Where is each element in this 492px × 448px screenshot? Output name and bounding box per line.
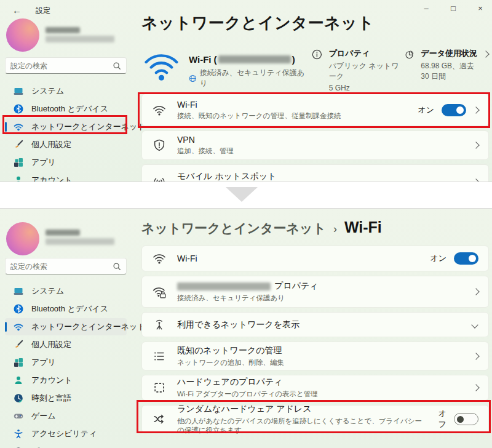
connection-status: 接続済み、セキュリティ保護あり [200,68,310,89]
settings-search-box[interactable] [5,57,127,74]
accessibility-icon [13,429,23,439]
network-properties-row[interactable]: プロパティ 接続済み、セキュリティ保護あり [141,276,489,308]
maximize-button[interactable]: □ [448,4,459,13]
sidebar: システム Bluetooth とデバイス ネットワークとインターネット 個人用設… [5,0,128,182]
sidebar-item-accounts[interactable]: アカウント [5,172,127,182]
sidebar-item-apps[interactable]: アプリ [5,354,127,371]
wifi-lock-icon [152,284,167,299]
user-name-redacted [46,230,80,236]
sidebar-item-label: ゲーム [31,410,56,422]
toggle-state-label: オン [418,105,434,116]
sidebar-item-system[interactable]: システム [5,82,127,100]
sidebar-item-label: Bluetooth とデバイス [31,103,108,114]
minimize-button[interactable]: – [421,4,432,13]
screenshot-top: ← 設定 – □ × システム Bluetooth とデバイス [0,0,492,182]
list-icon [152,349,167,364]
band: 5 GHz [329,84,405,92]
wifi-status-icon [143,47,180,85]
mobile-hotspot-row[interactable]: モバイル ホットスポット インターネット接続を共有する [141,164,489,182]
properties-summary[interactable]: プロパティ パブリック ネットワーク 5 GHz [311,47,405,92]
sidebar-item-network[interactable]: ネットワークとインターネット [5,318,127,335]
sidebar-item-privacy[interactable]: プライバシーとセキュリティ [5,443,127,448]
sidebar-item-bluetooth[interactable]: Bluetooth とデバイス [5,100,127,118]
avatar[interactable] [6,18,39,52]
sidebar-item-personalization[interactable]: 個人用設定 [5,336,127,353]
show-available-networks-row[interactable]: 利用できるネットワークを表示 [141,312,489,337]
bluetooth-icon [13,104,23,114]
network-status-strip: Wi-Fi ( ) 接続済み、セキュリティ保護あり プロパティ パブリック ネッ… [143,47,488,92]
sidebar-item-time-language[interactable]: 時刻と言語 [5,390,127,407]
properties-title: プロパティ [329,48,405,59]
wifi-toggle[interactable] [442,104,466,116]
wifi-network-name: Wi-Fi ( ) [189,54,310,65]
sidebar-item-apps[interactable]: アプリ [5,154,127,171]
user-email-redacted [46,36,114,42]
wifi-icon [152,251,167,266]
chevron-right-icon[interactable] [482,50,489,57]
chevron-right-icon [472,353,479,359]
search-input[interactable] [10,262,113,271]
breadcrumb-parent[interactable]: ネットワークとインターネット [141,220,326,237]
row-subtitle: 他の人があなたのデバイスの場所を追跡しにくくすることで、プライバシーの保護に役立… [177,417,428,435]
sidebar-item-label: 時刻と言語 [31,393,71,404]
sidebar-item-label: 個人用設定 [31,139,71,150]
pie-chart-icon [405,48,415,61]
close-button[interactable]: × [475,4,486,13]
sidebar-item-system[interactable]: システム [5,282,127,300]
clock-globe-icon [13,393,23,404]
breadcrumb-separator: › [333,223,337,236]
sidebar-item-label: アプリ [31,357,56,368]
random-address-toggle[interactable] [454,413,478,425]
chevron-right-icon [472,142,479,148]
sidebar-item-label: ネットワークとインターネット [31,121,146,132]
settings-search-box[interactable] [5,258,127,274]
sidebar-item-gaming[interactable]: ゲーム [5,407,127,425]
row-title: ランダムなハードウェア アドレス [177,404,428,415]
avatar[interactable] [6,222,39,255]
brush-icon [13,340,23,350]
page-title: ネットワークとインターネット [141,12,374,34]
ssid-redacted [218,55,291,63]
vpn-shield-icon [152,138,167,153]
wifi-settings-row[interactable]: Wi-Fi 接続、既知のネットワークの管理、従量制課金接続 オン [141,94,489,126]
sidebar-item-network[interactable]: ネットワークとインターネット [5,118,127,135]
row-subtitle: Wi-Fi アダプターのプロパティの表示と管理 [177,390,318,399]
sidebar-item-bluetooth[interactable]: Bluetooth とデバイス [5,300,127,318]
data-usage-value: 68.98 GB、過去 30 日間 [421,61,483,82]
vpn-settings-row[interactable]: VPN 追加、接続、管理 [141,130,489,160]
row-subtitle: 追加、接続、管理 [177,146,234,156]
person-icon [13,175,23,183]
row-subtitle: 接続済み、セキュリティ保護あり [177,294,319,303]
sidebar-item-label: アカウント [31,375,73,386]
brush-icon [13,140,23,150]
chevron-down-icon [471,321,478,328]
system-icon [13,286,23,297]
bluetooth-icon [13,304,23,314]
data-usage-summary[interactable]: データ使用状況 68.98 GB、過去 30 日間 [405,47,483,82]
search-input[interactable] [10,62,113,70]
manage-known-networks-row[interactable]: 既知のネットワークの管理 ネットワークの追加、削除、編集 [141,342,489,370]
gamepad-icon [13,411,23,422]
shuffle-icon [152,412,167,426]
row-title: モバイル ホットスポット [177,171,277,182]
wifi-toggle[interactable] [454,252,478,265]
wifi-icon [13,322,23,332]
data-usage-title: データ使用状況 [421,48,483,59]
sidebar-nav: システム Bluetooth とデバイス ネットワークとインターネット 個人用設… [5,82,127,182]
chevron-right-icon [472,288,479,295]
hardware-properties-row[interactable]: ハードウェアのプロパティ Wi-Fi アダプターのプロパティの表示と管理 [141,375,489,401]
random-hardware-address-row[interactable]: ランダムなハードウェア アドレス 他の人があなたのデバイスの場所を追跡しにくくす… [141,405,489,433]
wifi-toggle-row[interactable]: Wi-Fi オン [141,246,489,271]
sidebar-item-personalization[interactable]: 個人用設定 [5,136,127,153]
sidebar-item-label: Bluetooth とデバイス [31,303,108,314]
ssid-redacted [177,282,271,290]
sidebar-item-accounts[interactable]: アカウント [5,372,127,389]
row-subtitle: 接続、既知のネットワークの管理、従量制課金接続 [177,111,341,121]
sidebar-item-accessibility[interactable]: アクセシビリティ [5,425,127,442]
chip-icon [152,380,167,395]
sidebar-item-label: 個人用設定 [31,339,71,350]
row-title: Wi-Fi [177,100,341,110]
row-title: Wi-Fi [177,254,197,263]
row-title: プロパティ [177,281,319,292]
apps-icon [13,158,23,168]
